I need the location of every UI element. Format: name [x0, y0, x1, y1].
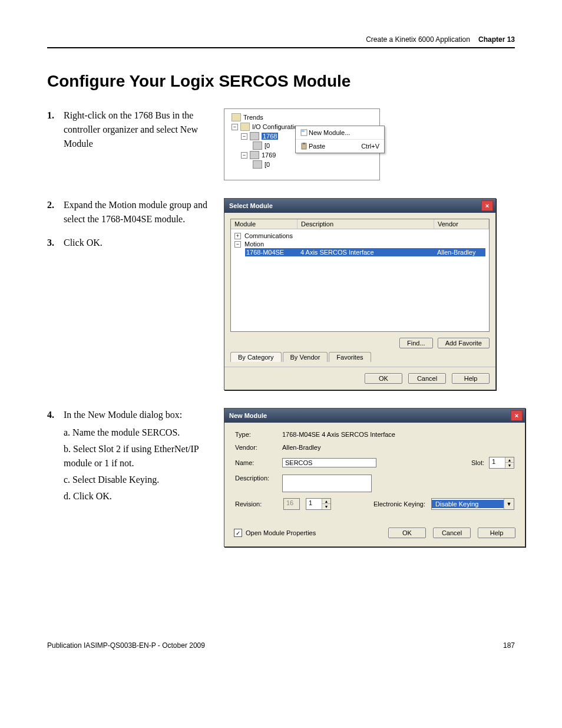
module-name: 1768-M04SE [246, 249, 298, 256]
ctx-paste[interactable]: Paste Ctrl+V [296, 140, 384, 153]
column-module[interactable]: Module [231, 219, 297, 229]
step-text: Right-click on the 1768 Bus in the contr… [64, 108, 212, 151]
spin-down-icon[interactable]: ▼ [322, 504, 330, 509]
vendor-label: Vendor: [235, 444, 277, 451]
name-field[interactable] [282, 458, 376, 467]
tree-node-trends[interactable]: Trends [227, 113, 377, 122]
tree-label: Trends [243, 114, 263, 121]
bus-icon [250, 151, 259, 159]
electronic-keying-select[interactable]: Disable Keying ▼ [431, 498, 514, 510]
page-header: Create a Kinetix 6000 Application Chapte… [47, 35, 515, 48]
step-number: 1. [47, 108, 64, 151]
revision-minor-stepper[interactable]: 1 ▲ ▼ [306, 498, 331, 510]
folder-icon [232, 113, 241, 121]
breadcrumb: Create a Kinetix 6000 Application [366, 35, 470, 44]
help-button[interactable]: Help [478, 528, 515, 538]
ok-button[interactable]: OK [365, 373, 402, 384]
revision-minor: 1 [306, 499, 322, 509]
vendor-value: Allen-Bradley [282, 444, 320, 451]
slot-value: 1 [490, 457, 505, 468]
group-label: Communications [244, 232, 296, 239]
help-button[interactable]: Help [452, 373, 490, 384]
type-value: 1768-M04SE 4 Axis SERCOS Interface [282, 431, 395, 438]
controller-organizer-tree: Trends − I/O Configuration − 1768 [0 [224, 108, 380, 180]
ctx-accel: Ctrl+V [361, 143, 379, 150]
paste-icon [299, 142, 309, 150]
page-number: 187 [503, 641, 515, 650]
context-menu: New Module... Paste Ctrl+V [295, 126, 385, 153]
open-properties-checkbox[interactable]: ✓ [234, 529, 242, 537]
collapse-icon[interactable]: − [241, 133, 247, 140]
open-properties-label: Open Module Properties [246, 529, 316, 536]
column-description[interactable]: Description [297, 219, 434, 229]
substep-b: b. Select Slot 2 if using EtherNet/IP mo… [64, 442, 212, 470]
cancel-button[interactable]: Cancel [433, 528, 471, 538]
tab-by-vendor[interactable]: By Vendor [283, 352, 328, 362]
step-number: 2. [47, 198, 64, 226]
spin-up-icon[interactable]: ▲ [322, 499, 330, 504]
dialog-title: New Module [229, 412, 511, 419]
page-title: Configure Your Logix SERCOS Module [47, 72, 515, 91]
expand-icon[interactable]: + [234, 233, 241, 239]
substep-d: d. Click OK. [64, 489, 212, 503]
svg-rect-3 [303, 143, 305, 144]
module-item-1768-m04se[interactable]: 1768-M04SE 4 Axis SERCOS Interface Allen… [245, 248, 485, 256]
chapter-label: Chapter 13 [478, 35, 515, 44]
dialog-title: Select Module [229, 202, 481, 209]
step-number: 4. [47, 408, 64, 506]
page-footer: Publication IASIMP-QS003B-EN-P - October… [47, 641, 515, 650]
cancel-button[interactable]: Cancel [408, 373, 446, 384]
tree-node-slot0b[interactable]: [0 [227, 160, 377, 169]
electronic-keying-value: Disable Keying [432, 500, 504, 508]
group-communications[interactable]: + Communications [234, 232, 485, 240]
step-number: 3. [47, 236, 64, 250]
publication-id: Publication IASIMP-QS003B-EN-P - October… [47, 641, 205, 650]
revision-major-stepper: 16 [283, 498, 300, 510]
tree-label: 1768 [262, 133, 278, 140]
close-icon[interactable]: × [511, 410, 523, 421]
module-list: Module Description Vendor + Communicatio… [230, 219, 490, 332]
group-motion[interactable]: − Motion [234, 240, 485, 248]
revision-major: 16 [284, 499, 299, 509]
find-button[interactable]: Find... [399, 338, 433, 348]
module-icon [253, 160, 262, 169]
type-label: Type: [235, 431, 277, 438]
ctx-new-module[interactable]: New Module... [296, 126, 384, 140]
revision-label: Revision: [235, 500, 277, 508]
electronic-keying-label: Electronic Keying: [373, 500, 425, 508]
group-label: Motion [244, 241, 296, 248]
ok-button[interactable]: OK [388, 528, 426, 538]
substep-c: c. Select Disable Keying. [64, 473, 212, 487]
svg-rect-1 [302, 130, 305, 132]
slot-stepper[interactable]: 1 ▲ ▼ [489, 457, 514, 469]
ctx-label: New Module... [309, 129, 379, 136]
step-text: Expand the Motion module group and selec… [64, 198, 212, 226]
step-text: Click OK. [64, 236, 212, 250]
tree-label: [0 [265, 142, 270, 149]
close-icon[interactable]: × [481, 200, 493, 211]
dropdown-arrow-icon[interactable]: ▼ [504, 499, 514, 509]
folder-icon [240, 123, 250, 131]
module-desc: 4 Axis SERCOS Interface [300, 249, 435, 256]
tree-label: I/O Configuration [252, 123, 301, 130]
tab-by-category[interactable]: By Category [230, 352, 282, 362]
collapse-icon[interactable]: − [234, 241, 241, 248]
category-tabs: By Category By Vendor Favorites [230, 352, 490, 362]
collapse-icon[interactable]: − [241, 152, 247, 159]
tab-favorites[interactable]: Favorites [329, 352, 371, 362]
name-label: Name: [235, 459, 277, 466]
ctx-label: Paste [309, 143, 361, 150]
module-vendor: Allen-Bradley [437, 249, 484, 256]
add-favorite-button[interactable]: Add Favorite [438, 338, 490, 348]
column-vendor[interactable]: Vendor [434, 219, 489, 229]
substep-a: a. Name the module SERCOS. [64, 426, 212, 440]
description-field[interactable] [282, 475, 372, 492]
new-module-icon [299, 129, 309, 137]
module-icon [253, 141, 262, 150]
new-module-dialog: New Module × Type: 1768-M04SE 4 Axis SER… [224, 408, 525, 547]
collapse-icon[interactable]: − [232, 124, 238, 130]
spin-up-icon[interactable]: ▲ [505, 457, 514, 463]
select-module-dialog: Select Module × Module Description Vendo… [224, 198, 496, 390]
step-text: In the New Module dialog box: [64, 410, 182, 420]
spin-down-icon[interactable]: ▼ [505, 463, 514, 467]
